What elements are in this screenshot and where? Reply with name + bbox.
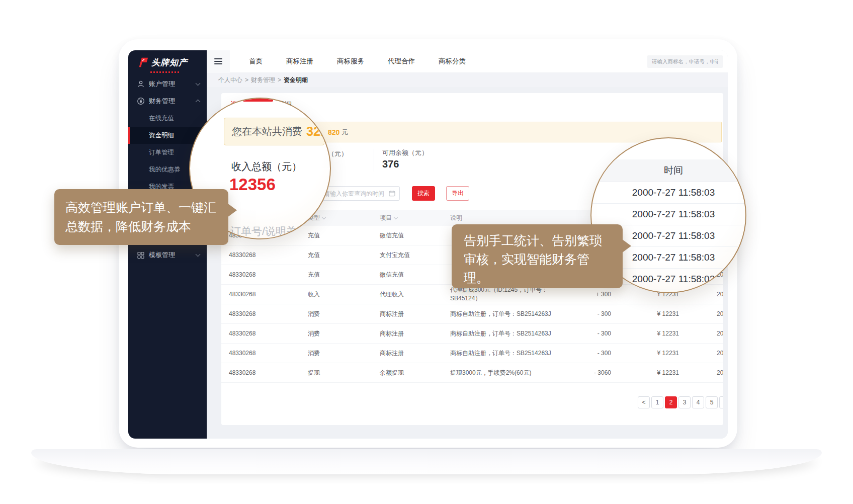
trademark-search-input[interactable]: [647, 55, 723, 68]
cell-project: 代理收入: [380, 290, 450, 299]
sidebar-item-label: 财务管理: [149, 97, 175, 106]
cell-project: 支付宝充值: [380, 251, 450, 260]
cell-order-number: 48330268: [229, 369, 308, 376]
stat-divider: [374, 149, 374, 172]
consumption-amount: 820: [328, 128, 339, 136]
cell-type: 充值: [308, 231, 380, 240]
header-description: 说明: [450, 214, 568, 222]
page-button[interactable]: 1: [651, 396, 663, 408]
magnified-time-cell: 2000-7-27 11:58:03: [591, 182, 745, 204]
table-row[interactable]: 48330268 提现 余额提现 提现3000元，手续费2%(60元) - 30…: [221, 363, 723, 383]
page-button[interactable]: 5: [706, 396, 718, 408]
cell-project: 微信充值: [380, 231, 450, 240]
cell-project: 商标注册: [380, 349, 450, 358]
cell-description: 商标自助注册，订单号：SB2514263J: [450, 310, 568, 318]
nav-menu: 首页商标注册商标服务代理合作商标分类: [249, 57, 466, 66]
magnified-banner-text: 您在本站共消费: [232, 125, 302, 138]
breadcrumb-item[interactable]: 财务管理: [251, 76, 275, 85]
cell-amount: - 3060: [568, 369, 611, 376]
cell-type: 消费: [308, 349, 380, 358]
date-query-input[interactable]: [318, 186, 400, 201]
brand-name: 头牌知产: [151, 57, 188, 68]
page-button[interactable]: 2: [665, 396, 677, 408]
magnified-time-header: 时间: [591, 159, 745, 182]
cell-order-number: 48330268: [229, 350, 308, 357]
nav-menu-item[interactable]: 首页: [249, 57, 263, 66]
available-balance-label: 可用余额（元）: [382, 148, 428, 157]
cell-project: 微信充值: [380, 271, 450, 279]
cell-time: 2000-7-27 11:58:03: [679, 310, 723, 317]
consume-total-label: （元）: [328, 149, 348, 158]
chevron-down-icon: [196, 81, 201, 86]
cell-time: 2000-7-27 11:58:03: [679, 350, 723, 357]
cell-description: 提现3000元，手续费2%(60元): [450, 369, 568, 377]
cell-type: 收入: [308, 290, 380, 299]
page-button[interactable]: 4: [692, 396, 704, 408]
nav-menu-item[interactable]: 代理合作: [388, 57, 415, 66]
header-project[interactable]: 项目: [380, 214, 450, 222]
sidebar-item-template[interactable]: 模板管理: [128, 246, 207, 264]
sidebar-item-finance[interactable]: 财务管理: [128, 93, 207, 110]
calendar-icon[interactable]: [389, 190, 395, 197]
available-balance-value: 376: [382, 158, 399, 170]
cell-order-number: 48330268: [229, 330, 308, 337]
export-button[interactable]: 导出: [446, 186, 469, 201]
sidebar-item-account[interactable]: 账户管理: [128, 75, 207, 93]
search-button[interactable]: 搜索: [412, 186, 435, 201]
cell-order-number: 48330268: [229, 310, 308, 317]
magnified-consumption-banner: 您在本站共消费 32124: [224, 118, 324, 145]
cell-order-number: 48330268: [229, 271, 308, 278]
brand-logo[interactable]: 头牌知产: [137, 56, 188, 68]
breadcrumb-item[interactable]: 个人中心: [218, 76, 242, 85]
cell-type: 消费: [308, 329, 380, 338]
prev-page-button[interactable]: <: [638, 396, 650, 408]
hamburger-menu-icon[interactable]: [207, 50, 230, 73]
sort-icon[interactable]: [322, 215, 326, 219]
cell-project: 商标注册: [380, 310, 450, 318]
table-row[interactable]: 48330268 消费 商标注册 商标自助注册，订单号：SB2514263J -…: [221, 344, 723, 363]
callout-right-text: 告别手工统计、告别繁琐审核，实现智能财务管理。: [464, 233, 602, 285]
sidebar-item-label: 在线充值: [149, 114, 174, 123]
cell-description: 代理提成300元（ID:1245，订单号：SB45124）: [450, 286, 568, 303]
cell-description: 商标自助注册，订单号：SB2514263J: [450, 329, 568, 338]
laptop-base: [31, 449, 822, 474]
cell-time: 2000-7-27 11:58:03: [679, 369, 723, 376]
nav-menu-item[interactable]: 商标注册: [286, 57, 313, 66]
breadcrumb-current: 资金明细: [284, 76, 308, 85]
magnified-income-label: 收入总额（元）: [231, 160, 302, 174]
cell-type: 提现: [308, 369, 380, 377]
callout-left: 高效管理账户订单、一键汇总数据，降低财务成本: [54, 189, 228, 245]
sort-icon[interactable]: [394, 215, 398, 219]
callout-left-text: 高效管理账户订单、一键汇总数据，降低财务成本: [65, 200, 216, 233]
user-icon: [137, 80, 145, 88]
breadcrumb: 个人中心 > 财务管理 > 资金明细: [207, 73, 728, 87]
breadcrumb-separator: >: [245, 76, 248, 83]
sidebar-item-online-recharge[interactable]: 在线充值: [128, 110, 207, 127]
cell-project: 余额提现: [380, 369, 450, 377]
cell-amount: - 300: [568, 350, 611, 357]
cell-order-number: 48330268: [229, 291, 308, 298]
breadcrumb-separator: >: [278, 76, 281, 83]
cell-balance: ¥ 12231: [611, 310, 679, 317]
cell-balance: ¥ 12231: [611, 330, 679, 337]
magnified-time-cell: 2000-7-27 11:58:03: [591, 204, 745, 225]
cell-amount: + 300: [568, 291, 611, 298]
cell-time: 2000-7-27 11:58:03: [679, 330, 723, 337]
sidebar-item-label: 账户管理: [149, 79, 175, 89]
page-button[interactable]: 3: [678, 396, 691, 408]
nav-menu-item[interactable]: 商标服务: [337, 57, 364, 66]
nav-menu-item[interactable]: 商标分类: [439, 57, 466, 66]
cell-type: 充值: [308, 271, 380, 279]
cell-type: 充值: [308, 251, 380, 260]
page-buttons: 12345: [651, 396, 718, 408]
page-button-clipped[interactable]: [719, 396, 723, 408]
table-row[interactable]: 48330268 消费 商标注册 商标自助注册，订单号：SB2514263J -…: [221, 304, 723, 324]
table-row[interactable]: 48330268 消费 商标注册 商标自助注册，订单号：SB2514263J -…: [221, 324, 723, 344]
top-navbar: 首页商标注册商标服务代理合作商标分类: [207, 50, 728, 73]
cell-amount: - 300: [568, 330, 611, 337]
chevron-up-icon: [196, 100, 201, 105]
cell-order-number: 48330268: [229, 251, 308, 259]
cell-amount: - 300: [568, 310, 611, 317]
template-icon: [137, 251, 145, 259]
header-type[interactable]: 类型: [308, 214, 380, 222]
